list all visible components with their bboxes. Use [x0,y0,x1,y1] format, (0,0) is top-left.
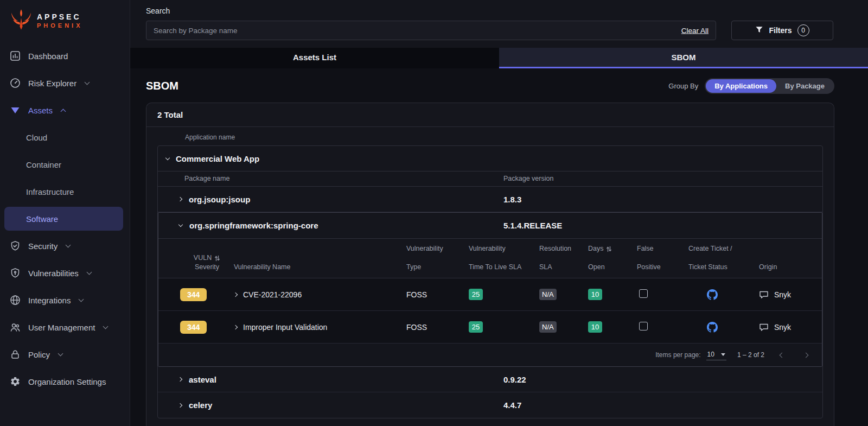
comment-icon[interactable] [759,290,769,299]
sidebar-item-label: Infrastructure [26,187,74,196]
chevron-down-icon [178,222,183,227]
sidebar-item-container[interactable]: Container [0,151,130,178]
origin-label: Snyk [774,290,791,299]
tab-sbom[interactable]: SBOM [499,48,868,68]
sidebar-item-organization-settings[interactable]: Organization Settings [0,368,130,395]
sidebar-item-label: User Management [28,323,95,332]
filters-button[interactable]: Filters 0 [731,21,833,40]
chevron-down-icon [66,243,71,248]
vulnerability-type: FOSS [401,323,463,332]
vulnerability-row: 344 CVE-2021-22096 FOSS 25 N/A 10 [158,278,822,311]
sidebar-item-label: Dashboard [28,52,68,61]
comment-icon[interactable] [759,323,769,332]
sidebar-item-risk-explorer[interactable]: Risk Explorer [0,69,130,97]
filters-count-badge: 0 [797,24,809,36]
application-column-header: Application name [157,132,823,145]
phoenix-logo-icon [10,9,33,33]
package-name: org.jsoup:jsoup [189,195,250,204]
sidebar-item-label: Integrations [28,296,71,305]
chevron-down-icon [85,80,90,85]
sidebar: APPSEC PHOENIX Dashboard Risk [0,0,130,426]
vulnerability-name-cell[interactable]: CVE-2021-22096 [234,290,401,299]
chevron-down-icon [58,351,63,357]
application-row[interactable]: Commercial Web App [158,146,822,171]
severity-badge: 344 [180,321,207,334]
sidebar-item-label: Software [26,214,58,224]
sidebar-item-label: Security [28,241,58,251]
package-row[interactable]: org.jsoup:jsoup 1.8.3 [158,187,822,212]
package-name: org.springframework:spring-core [189,221,318,230]
sidebar-item-label: Container [26,160,61,169]
package-name-column-header: Package name [158,175,503,182]
package-row[interactable]: celery 4.4.7 [158,392,822,418]
chevron-right-icon [233,325,238,329]
false-positive-checkbox[interactable] [639,322,648,330]
previous-page-button[interactable] [775,348,788,361]
vulnerability-table-header: VULN Severity Vulnerability Na [158,239,822,278]
group-by-label: Group By [668,82,698,90]
sort-icon [214,255,220,262]
sidebar-item-dashboard[interactable]: Dashboard [0,42,130,69]
package-row[interactable]: org.springframework:spring-core 5.1.4.RE… [158,213,822,238]
users-icon [10,322,21,333]
application-group: Commercial Web App Package name Package … [157,145,823,418]
github-icon[interactable] [707,289,754,300]
chevron-right-icon [233,292,238,296]
pagination: Items per page: 10 1 – 2 of 2 [158,344,822,366]
sidebar-item-security[interactable]: Security [0,232,130,259]
sidebar-item-cloud[interactable]: Cloud [0,124,130,151]
app: APPSEC PHOENIX Dashboard Risk [0,0,868,426]
days-open-badge: 10 [588,289,602,300]
resolution-sla-column-header: Resolution SLA [534,244,583,272]
pagination-range: 1 – 2 of 2 [737,351,764,359]
chevron-up-icon [61,109,66,114]
next-page-button[interactable] [799,348,812,361]
chevron-right-icon [178,197,182,201]
package-version: 0.9.22 [503,375,822,384]
vulnerability-name-cell[interactable]: Improper Input Validation [234,323,401,332]
vuln-severity-column-header[interactable]: VULN Severity [180,253,234,272]
tab-assets-list[interactable]: Assets List [130,48,499,68]
sidebar-item-software[interactable]: Software [4,207,123,231]
origin-column-header: Origin [754,263,816,272]
gauge-icon [10,78,21,88]
github-icon[interactable] [707,322,754,333]
sidebar-item-integrations[interactable]: Integrations [0,287,130,314]
chevron-right-icon [178,377,182,382]
total-count: 2 Total [146,103,834,127]
sidebar-item-label: Vulnerabilities [28,269,79,278]
sidebar-item-vulnerabilities[interactable]: Vulnerabilities [0,259,130,287]
days-open-badge: 10 [588,321,602,333]
package-row[interactable]: asteval 0.9.22 [158,367,822,392]
days-open-column-header[interactable]: Days Open [583,244,631,272]
false-positive-checkbox[interactable] [639,289,648,298]
sidebar-item-assets[interactable]: Assets [0,97,130,124]
package-version-column-header: Package version [503,175,822,182]
package-expanded-group: org.springframework:spring-core 5.1.4.RE… [158,212,822,367]
topbar: Search Clear All Filters 0 [130,0,868,48]
resolution-sla-badge: N/A [539,289,557,300]
ttl-sla-badge: 25 [469,289,483,300]
vuln-type-column-header: Vulnerability Type [401,244,463,272]
group-by-applications-option[interactable]: By Applications [706,79,776,93]
tab-bar: Assets List SBOM [130,48,868,68]
vulnerability-table: VULN Severity Vulnerability Na [158,238,822,366]
sidebar-item-infrastructure[interactable]: Infrastructure [0,178,130,205]
ttl-sla-badge: 25 [469,321,483,333]
shield-icon [10,268,21,278]
sidebar-item-policy[interactable]: Policy [0,341,130,368]
items-per-page-select[interactable]: 10 [706,349,726,360]
lock-icon [10,349,21,360]
sidebar-item-label: Organization Settings [28,377,106,386]
globe-icon [10,295,21,306]
sidebar-nav: Dashboard Risk Explorer Assets [0,42,130,395]
vuln-name-column-header: Vulnerability Name [234,263,401,272]
search-input[interactable] [146,21,716,40]
sidebar-item-user-management[interactable]: User Management [0,314,130,341]
clear-all-link[interactable]: Clear All [681,27,709,35]
brand-name-top: APPSEC [37,12,83,21]
caret-down-icon [721,353,725,356]
group-by-package-option[interactable]: By Package [776,79,833,93]
package-name: asteval [189,375,216,384]
main-area: Search Clear All Filters 0 Assets List S… [130,0,868,426]
